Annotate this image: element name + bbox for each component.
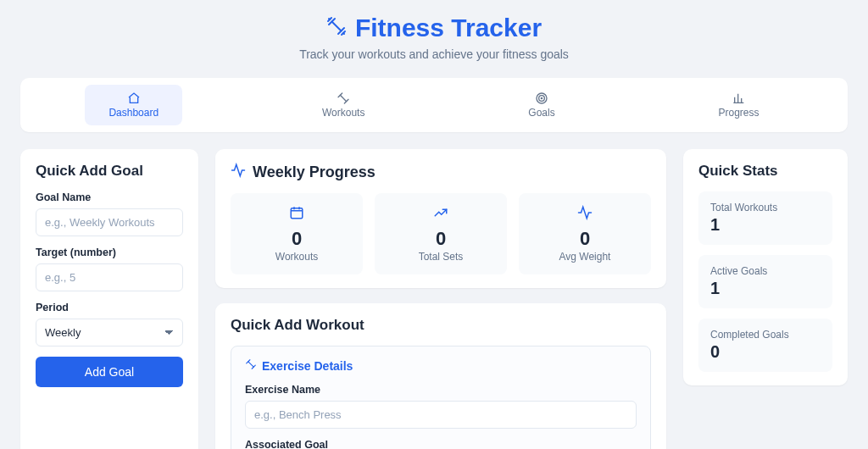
- tab-dashboard[interactable]: Dashboard: [85, 85, 182, 125]
- home-icon: [127, 91, 141, 105]
- workouts-value: 0: [242, 229, 351, 249]
- active-goals-value: 1: [710, 279, 821, 298]
- quick-add-workout-title: Quick Add Workout: [231, 317, 651, 334]
- target-icon: [535, 91, 548, 105]
- goal-name-input[interactable]: [36, 208, 183, 236]
- svg-point-2: [541, 97, 542, 98]
- goal-name-label: Goal Name: [36, 191, 183, 203]
- dumbbell-icon: [245, 358, 257, 374]
- exercise-details-fieldset: Exercise Details Exercise Name Associate…: [231, 346, 651, 449]
- completed-goals-value: 0: [710, 342, 821, 362]
- period-select[interactable]: Weekly: [36, 319, 183, 346]
- exercise-details-legend: Exercise Details: [262, 359, 353, 373]
- page-header: Fitness Tracker Track your workouts and …: [20, 14, 848, 61]
- total-sets-tile: 0 Total Sets: [375, 193, 507, 274]
- quick-add-goal-title: Quick Add Goal: [36, 163, 183, 180]
- workouts-label: Workouts: [242, 251, 351, 263]
- completed-goals-stat: Completed Goals 0: [698, 319, 832, 372]
- target-label: Target (number): [36, 247, 183, 258]
- period-label: Period: [36, 302, 183, 313]
- tab-progress[interactable]: Progress: [695, 85, 783, 125]
- total-sets-value: 0: [387, 229, 495, 249]
- page-subtitle: Track your workouts and achieve your fit…: [20, 47, 848, 61]
- svg-rect-3: [291, 208, 303, 219]
- completed-goals-label: Completed Goals: [710, 329, 821, 341]
- total-workouts-stat: Total Workouts 1: [698, 191, 832, 245]
- calendar-icon: [242, 205, 351, 224]
- bar-chart-icon: [732, 91, 746, 105]
- page-title: Fitness Tracker: [355, 14, 542, 42]
- active-goals-label: Active Goals: [710, 265, 821, 277]
- tab-label: Goals: [528, 107, 554, 119]
- tab-label: Dashboard: [108, 107, 159, 119]
- active-goals-stat: Active Goals 1: [698, 255, 832, 308]
- tab-label: Workouts: [322, 107, 364, 119]
- dumbbell-icon: [326, 16, 347, 40]
- total-sets-label: Total Sets: [387, 251, 495, 263]
- associated-goal-label: Associated Goal: [245, 439, 637, 449]
- quick-add-goal-card: Quick Add Goal Goal Name Target (number)…: [20, 149, 198, 449]
- tab-bar: Dashboard Workouts Goals Progress: [20, 78, 848, 132]
- avg-weight-value: 0: [531, 229, 639, 249]
- total-workouts-label: Total Workouts: [710, 202, 821, 213]
- target-input[interactable]: [36, 263, 183, 291]
- quick-stats-card: Quick Stats Total Workouts 1 Active Goal…: [683, 149, 848, 385]
- tab-label: Progress: [719, 107, 760, 119]
- total-workouts-value: 1: [710, 215, 821, 235]
- activity-icon: [231, 163, 246, 181]
- weekly-progress-card: Weekly Progress 0 Workouts 0 Total Sets: [215, 149, 666, 288]
- dumbbell-icon: [337, 91, 350, 105]
- exercise-name-input[interactable]: [245, 401, 637, 429]
- quick-stats-title: Quick Stats: [698, 163, 832, 180]
- exercise-name-label: Exercise Name: [245, 384, 637, 396]
- tab-goals[interactable]: Goals: [504, 85, 578, 125]
- avg-weight-tile: 0 Avg Weight: [519, 193, 651, 274]
- activity-icon: [531, 205, 639, 224]
- add-goal-button[interactable]: Add Goal: [36, 357, 183, 387]
- quick-add-workout-card: Quick Add Workout Exercise Details Exerc…: [215, 303, 666, 449]
- weekly-progress-title: Weekly Progress: [253, 164, 376, 181]
- tab-workouts[interactable]: Workouts: [298, 85, 388, 125]
- avg-weight-label: Avg Weight: [531, 251, 639, 263]
- workouts-tile: 0 Workouts: [231, 193, 363, 274]
- trending-up-icon: [387, 205, 495, 224]
